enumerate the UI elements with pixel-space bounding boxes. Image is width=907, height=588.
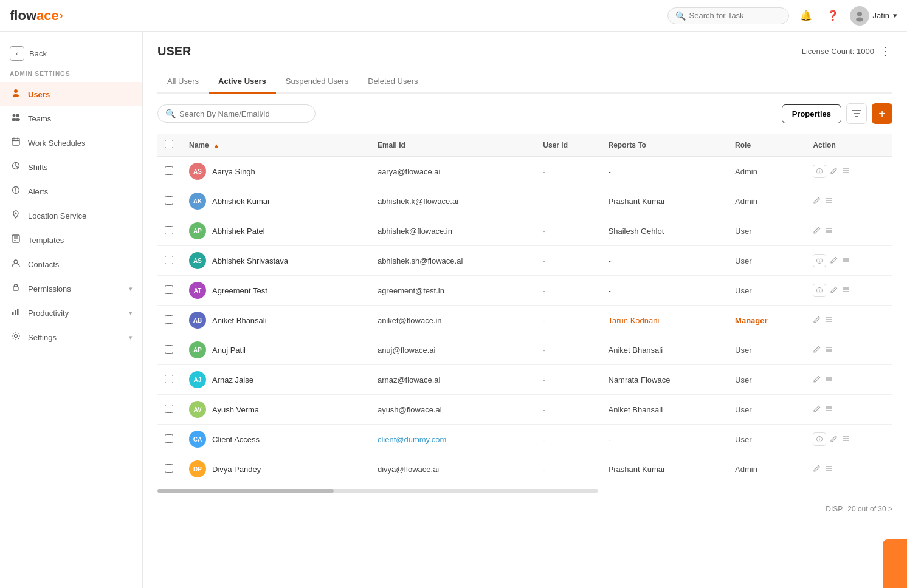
more-options-button[interactable]: ⋮	[879, 44, 892, 58]
sidebar-item-templates[interactable]: Templates	[0, 228, 142, 252]
user-menu[interactable]: Jatin ▾	[850, 6, 897, 26]
add-user-button[interactable]: +	[872, 103, 892, 124]
row-select-checkbox[interactable]	[165, 196, 173, 205]
app-logo[interactable]: flowace›	[10, 8, 63, 24]
more-button[interactable]	[842, 434, 850, 445]
row-checkbox[interactable]	[157, 216, 182, 246]
sidebar: ‹ Back ADMIN SETTINGS Users Teams Work S…	[0, 32, 143, 588]
row-action	[805, 306, 892, 335]
col-email: Email Id	[370, 134, 536, 157]
filter-button[interactable]	[846, 103, 867, 124]
row-checkbox[interactable]	[157, 246, 182, 276]
properties-button[interactable]: Properties	[782, 104, 841, 123]
sidebar-item-teams[interactable]: Teams	[0, 106, 142, 131]
row-select-checkbox[interactable]	[165, 166, 173, 175]
row-select-checkbox[interactable]	[165, 226, 173, 234]
task-search-input[interactable]	[689, 11, 781, 20]
sidebar-item-work-schedules[interactable]: Work Schedules	[0, 131, 142, 155]
row-select-checkbox[interactable]	[165, 464, 173, 473]
row-email: ayush@flowace.ai	[370, 395, 536, 425]
user-tabs: All Users Active Users Suspended Users D…	[157, 70, 892, 94]
more-button[interactable]	[825, 464, 833, 474]
row-select-checkbox[interactable]	[165, 345, 173, 354]
more-button[interactable]	[825, 345, 833, 355]
name-sort-icon[interactable]: ▲	[213, 142, 219, 149]
row-reports-to: -	[601, 157, 728, 186]
settings-chevron-icon: ▾	[129, 333, 133, 341]
row-checkbox[interactable]	[157, 454, 182, 484]
help-icon[interactable]: ❓	[823, 6, 843, 26]
row-user-id: -	[536, 395, 601, 425]
info-button[interactable]	[813, 254, 826, 267]
row-checkbox[interactable]	[157, 306, 182, 335]
user-name-aniket-bhansali: Aniket Bhansali	[212, 316, 267, 325]
sidebar-item-contacts[interactable]: Contacts	[0, 252, 142, 276]
sidebar-item-permissions[interactable]: Permissions ▾	[0, 276, 142, 301]
edit-button[interactable]	[813, 405, 821, 415]
edit-button[interactable]	[813, 464, 821, 474]
row-select-checkbox[interactable]	[165, 315, 173, 324]
more-button[interactable]	[825, 375, 833, 385]
edit-button[interactable]	[830, 256, 838, 266]
row-checkbox[interactable]	[157, 335, 182, 365]
row-checkbox[interactable]	[157, 425, 182, 454]
info-button[interactable]	[813, 284, 826, 297]
sidebar-item-users[interactable]: Users	[0, 82, 142, 106]
svg-point-70	[819, 437, 820, 438]
more-button[interactable]	[825, 226, 833, 236]
row-select-checkbox[interactable]	[165, 285, 173, 294]
row-checkbox[interactable]	[157, 365, 182, 395]
row-name: AS Abhishek Shrivastava	[182, 246, 370, 276]
edit-button[interactable]	[813, 196, 821, 207]
back-button[interactable]: ‹ Back	[0, 41, 142, 70]
info-button[interactable]	[813, 165, 826, 178]
row-reports-to: Tarun Kodnani	[601, 306, 728, 335]
tab-deleted-users[interactable]: Deleted Users	[358, 70, 427, 94]
more-button[interactable]	[825, 405, 833, 415]
info-button[interactable]	[813, 432, 826, 446]
user-avatar-aarya-singh: AS	[189, 163, 206, 180]
edit-button[interactable]	[813, 315, 821, 326]
row-select-checkbox[interactable]	[165, 434, 173, 443]
sidebar-item-productivity[interactable]: Productivity ▾	[0, 301, 142, 325]
sidebar-item-settings[interactable]: Settings ▾	[0, 325, 142, 349]
edit-button[interactable]	[813, 345, 821, 355]
more-button[interactable]	[842, 166, 850, 177]
tab-active-users[interactable]: Active Users	[209, 70, 276, 94]
more-button[interactable]	[842, 256, 850, 266]
row-checkbox[interactable]	[157, 276, 182, 306]
svg-rect-24	[13, 287, 18, 290]
edit-button[interactable]	[830, 285, 838, 296]
teams-icon	[10, 112, 22, 125]
user-search-input[interactable]	[179, 109, 308, 118]
edit-button[interactable]	[830, 434, 838, 445]
row-reports-to: Aniket Bhansali	[601, 335, 728, 365]
select-all-checkbox[interactable]	[165, 140, 173, 148]
edit-button[interactable]	[830, 166, 838, 177]
toolbar-right: Properties +	[782, 103, 892, 124]
more-button[interactable]	[825, 315, 833, 326]
row-role: User	[728, 425, 805, 454]
user-search-box[interactable]: 🔍	[157, 104, 316, 123]
notification-icon[interactable]: 🔔	[796, 6, 816, 26]
row-select-checkbox[interactable]	[165, 375, 173, 383]
row-name: AV Ayush Verma	[182, 395, 370, 425]
row-select-checkbox[interactable]	[165, 405, 173, 413]
row-checkbox[interactable]	[157, 395, 182, 425]
tab-suspended-users[interactable]: Suspended Users	[276, 70, 358, 94]
sidebar-item-shifts[interactable]: Shifts	[0, 155, 142, 179]
more-button[interactable]	[842, 285, 850, 296]
user-name-aarya-singh: Aarya Singh	[212, 167, 255, 176]
tab-all-users[interactable]: All Users	[157, 70, 209, 94]
row-checkbox[interactable]	[157, 186, 182, 216]
edit-button[interactable]	[813, 226, 821, 236]
row-checkbox[interactable]	[157, 157, 182, 186]
sidebar-item-alerts[interactable]: Alerts	[0, 179, 142, 203]
task-search-box[interactable]: 🔍	[667, 7, 789, 24]
more-button[interactable]	[825, 196, 833, 207]
templates-icon	[10, 234, 22, 246]
page-header: USER License Count: 1000 ⋮	[157, 44, 892, 58]
edit-button[interactable]	[813, 375, 821, 385]
sidebar-item-location-service[interactable]: Location Service	[0, 203, 142, 228]
row-select-checkbox[interactable]	[165, 256, 173, 264]
